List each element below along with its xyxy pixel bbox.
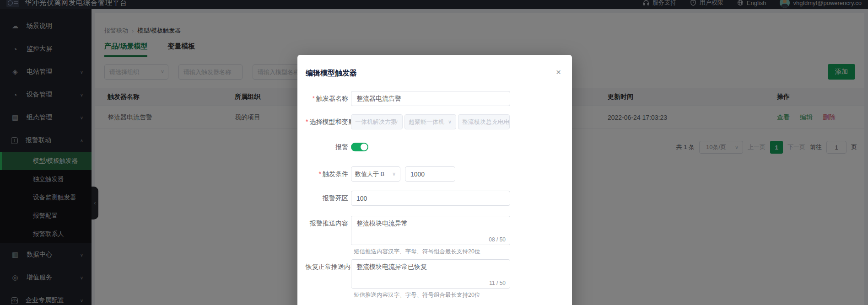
push-content-textarea[interactable]: 整流模块电流异常 [351, 216, 510, 245]
app-window: 华冲光伏离网发电综合管理平台 服务支持 用户权限 English vhgfdmy… [0, 0, 868, 305]
push-content-hint: 短信推送内容汉字、字母、符号组合最长支持20位 [354, 248, 572, 256]
edit-model-trigger-modal: 编辑模型触发器 × 触发器名称 选择模型和变量 一体机解决方案 ∨ 超聚能一体机 [297, 55, 572, 305]
field-trigger-name: 触发器名称 [297, 91, 572, 106]
condition-operator-value: 数值大于 B [355, 170, 384, 178]
close-icon[interactable]: × [556, 68, 561, 76]
field-label: 触发条件 [306, 166, 351, 182]
trigger-form: 触发器名称 选择模型和变量 一体机解决方案 ∨ 超聚能一体机 ∨ [297, 91, 572, 299]
field-label: 报警推送内容 [306, 216, 351, 231]
field-condition: 触发条件 数值大于 B ∨ [297, 166, 572, 182]
device-select-value: 超聚能一体机 [409, 118, 444, 126]
condition-value-input[interactable] [405, 166, 455, 182]
chevron-down-icon: ∨ [448, 119, 452, 125]
chevron-down-icon: ∨ [392, 171, 396, 177]
push-content-counter: 08 / 50 [487, 236, 506, 243]
field-recover-content: 恢复正常推送内容 整流模块电流异常已恢复 11 / 50 [297, 259, 572, 289]
recover-content-textarea[interactable]: 整流模块电流异常已恢复 [351, 260, 510, 288]
field-push-content: 报警推送内容 整流模块电流异常 08 / 50 [297, 216, 572, 245]
modal-title: 编辑模型触发器 [297, 55, 572, 78]
field-label: 报警 [306, 139, 351, 155]
field-label: 报警死区 [306, 191, 351, 206]
recover-content-counter: 11 / 50 [487, 280, 506, 286]
field-dead-zone: 报警死区 [297, 191, 572, 206]
model-select-value: 一体机解决方案 [355, 118, 397, 126]
field-label: 触发器名称 [306, 91, 351, 106]
model-select-disabled: 一体机解决方案 ∨ [351, 114, 403, 129]
field-label: 选择模型和变量 [306, 114, 351, 129]
alarm-toggle[interactable] [351, 143, 368, 151]
variable-select-value: 整流模块总充电电流 [462, 118, 510, 126]
toggle-knob [361, 144, 367, 150]
field-model-vars: 选择模型和变量 一体机解决方案 ∨ 超聚能一体机 ∨ 整流模块总充电电流 [297, 114, 572, 129]
field-alarm-toggle: 报警 [297, 139, 572, 155]
dead-zone-input[interactable] [351, 191, 510, 206]
condition-operator-select[interactable]: 数值大于 B ∨ [351, 166, 400, 182]
variable-select-disabled: 整流模块总充电电流 [458, 114, 510, 129]
recover-content-hint: 短信推送内容汉字、字母、符号组合最长支持20位 [354, 291, 572, 299]
trigger-name-field[interactable] [351, 91, 510, 106]
field-label: 恢复正常推送内容 [306, 259, 351, 274]
device-select-disabled: 超聚能一体机 ∨ [404, 114, 456, 129]
